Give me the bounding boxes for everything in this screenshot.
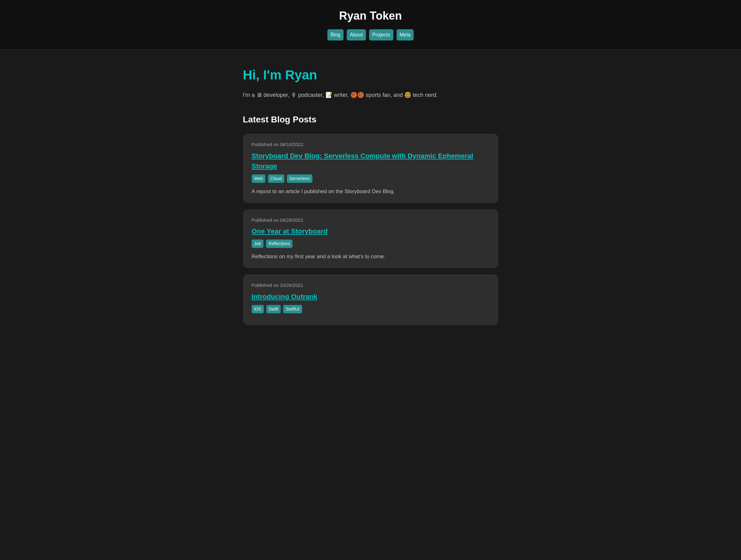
nav-link-nav-projects[interactable]: Projects (369, 29, 393, 41)
post-card: Published on 06/10/2022Storyboard Dev Bl… (243, 134, 498, 203)
post-tag[interactable]: iOS (252, 305, 264, 313)
post-tag[interactable]: Job (252, 239, 264, 248)
post-excerpt: A repost to an article I published on th… (252, 187, 490, 196)
blog-section-title: Latest Blog Posts (243, 113, 498, 126)
post-card: Published on 10/26/2021Introducing Outra… (243, 274, 498, 325)
post-title[interactable]: Introducing Outrank (252, 291, 490, 302)
post-card: Published on 04/29/2022One Year at Story… (243, 209, 498, 269)
intro-text: I'm a 🖥 developer, 🎙 podcaster, 📝 writer… (243, 91, 498, 99)
posts-list: Published on 06/10/2022Storyboard Dev Bl… (243, 134, 498, 325)
post-date: Published on 04/29/2022 (252, 217, 490, 224)
post-tag[interactable]: Reflections (266, 239, 292, 248)
post-tags: JobReflections (252, 239, 490, 248)
nav-link-nav-blog[interactable]: Blog (327, 29, 344, 41)
post-tag[interactable]: Web (252, 174, 266, 183)
post-date: Published on 06/10/2022 (252, 141, 490, 148)
post-tags: iOSSwiftSwiftUI (252, 305, 490, 313)
post-title[interactable]: One Year at Storyboard (252, 226, 490, 236)
post-excerpt: Reflections on my first year and a look … (252, 252, 490, 261)
main-nav: BlogAboutProjectsMeta (6, 29, 735, 41)
site-header: Ryan Token BlogAboutProjectsMeta (0, 0, 741, 50)
post-tag[interactable]: SwiftUI (283, 305, 302, 313)
nav-link-nav-about[interactable]: About (347, 29, 366, 41)
post-tags: WebCloudServerless (252, 174, 490, 183)
post-tag[interactable]: Cloud (268, 174, 284, 183)
post-tag[interactable]: Swift (266, 305, 281, 313)
post-date: Published on 10/26/2021 (252, 282, 490, 289)
site-title: Ryan Token (6, 7, 735, 24)
greeting-heading: Hi, I'm Ryan (243, 65, 498, 85)
post-title[interactable]: Storyboard Dev Blog: Serverless Compute … (252, 151, 490, 171)
main-content: Hi, I'm Ryan I'm a 🖥 developer, 🎙 podcas… (230, 50, 511, 341)
post-tag[interactable]: Serverless (287, 174, 313, 183)
nav-link-nav-meta[interactable]: Meta (397, 29, 414, 41)
